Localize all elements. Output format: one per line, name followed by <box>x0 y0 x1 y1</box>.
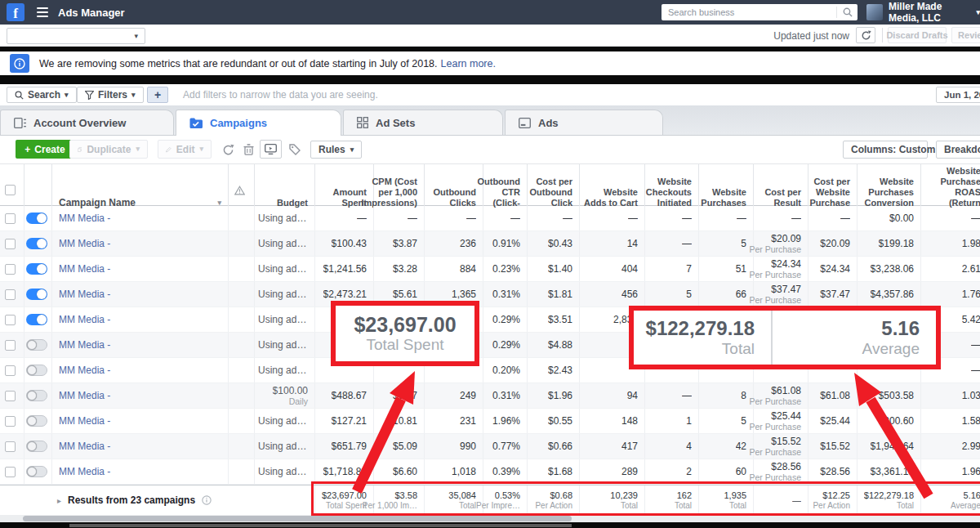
footer-cell-pur: 1,935Total <box>699 485 754 515</box>
cell-atc: 148 <box>580 409 645 433</box>
cell-alert <box>229 459 255 484</box>
cell-cpc: $0.66 <box>528 434 580 459</box>
cell-roas: 1.96 <box>921 459 980 484</box>
cell-atc: 404 <box>580 257 645 281</box>
breakdown-button[interactable]: Breakdown ▾ <box>936 141 980 159</box>
discard-drafts-button[interactable]: Discard Drafts <box>888 27 947 43</box>
account-name: Miller Made Media, LLC <box>889 1 971 24</box>
cell-ctr: 0.20% <box>483 358 528 383</box>
expand-caret-icon[interactable]: ▸ <box>57 496 61 505</box>
duplicate-button[interactable]: Duplicate ▾ <box>69 140 148 159</box>
toolbar: + Create Duplicate ▾ Edit ▾ Rules ▾ <box>0 136 980 163</box>
campaign-name-link[interactable]: MM Media - <box>59 466 110 477</box>
scrollbar-handle[interactable] <box>23 516 572 521</box>
select-all-checkbox[interactable] <box>5 185 16 195</box>
redaction-bar <box>0 75 980 84</box>
filters-button[interactable]: Filters ▾ <box>77 87 144 103</box>
rules-button[interactable]: Rules ▾ <box>310 141 362 159</box>
business-search <box>662 4 858 20</box>
tab-campaigns[interactable]: Campaigns <box>176 110 341 136</box>
cell-alert <box>229 383 255 408</box>
row-checkbox[interactable] <box>5 467 16 477</box>
campaign-toggle[interactable] <box>26 390 47 401</box>
row-checkbox[interactable] <box>5 315 16 325</box>
ads-manager-page: f Ads Manager Miller Made Media, LLC ▾ ▾… <box>0 0 980 528</box>
campaign-name-link[interactable]: MM Media - <box>59 365 110 376</box>
columns-button[interactable]: Columns: Custom ▾ <box>843 141 928 159</box>
campaign-name-link[interactable]: MM Media - <box>59 441 110 452</box>
cell-ctr: 0.31% <box>483 282 528 307</box>
refresh-button[interactable] <box>856 27 875 43</box>
view-setup-button[interactable] <box>260 140 282 159</box>
cell-spent: $1,718.88 <box>315 459 374 484</box>
campaign-name-link[interactable]: MM Media - <box>59 415 110 427</box>
review-publish-button[interactable]: Review an <box>951 27 980 43</box>
cell-budget: Using ad se… <box>255 257 315 281</box>
account-menu[interactable]: Miller Made Media, LLC ▾ <box>889 0 980 25</box>
facebook-logo-icon[interactable]: f <box>7 3 24 21</box>
campaign-name-link[interactable]: MM Media - <box>59 213 110 224</box>
table-row: MM Media -Using ad se…$100.43$3.872360.9… <box>0 231 980 257</box>
trash-icon[interactable] <box>241 142 256 157</box>
campaign-name-link[interactable]: MM Media - <box>59 314 110 325</box>
campaign-name-link[interactable]: MM Media - <box>59 238 110 249</box>
cell-cpwp: $15.52 <box>808 434 858 459</box>
row-checkbox[interactable] <box>5 239 16 249</box>
date-range-button[interactable]: Jun 1, 2018 <box>936 87 980 103</box>
cell-toggle <box>24 257 52 281</box>
horizontal-scrollbar[interactable] <box>0 515 980 522</box>
campaign-toggle[interactable] <box>26 441 47 452</box>
campaign-toggle[interactable] <box>26 238 47 249</box>
tag-icon[interactable] <box>287 142 302 157</box>
campaign-toggle[interactable] <box>26 365 47 376</box>
results-summary[interactable]: ▸Results from 23 campaigns <box>0 485 315 515</box>
row-checkbox[interactable] <box>5 340 16 351</box>
tab-account-overview[interactable]: Account Overview <box>0 110 174 135</box>
tab-ad-sets[interactable]: Ad Sets <box>343 110 503 135</box>
row-checkbox[interactable] <box>5 365 16 376</box>
row-checkbox[interactable] <box>5 391 16 401</box>
table-row: MM Media -Using ad se…$1,241.56$3.288840… <box>0 257 980 282</box>
tab-ads[interactable]: Ads <box>505 110 663 135</box>
hamburger-menu-icon[interactable] <box>37 7 48 17</box>
cell-roas: 1.03 <box>921 383 980 408</box>
edit-button[interactable]: Edit ▾ <box>158 140 212 159</box>
campaign-toggle[interactable] <box>26 415 47 427</box>
search-filter-button[interactable]: Search ▾ <box>7 87 77 103</box>
footer-cell-roas: 5.16Average <box>921 485 980 515</box>
row-checkbox[interactable] <box>5 289 16 300</box>
campaign-name-link[interactable]: MM Media - <box>59 390 110 401</box>
cell-cpm: $6.17 <box>374 383 425 408</box>
campaign-name-link[interactable]: MM Media - <box>59 289 110 300</box>
cell-name: MM Media - <box>52 358 229 383</box>
campaign-toggle[interactable] <box>26 213 47 224</box>
row-checkbox[interactable] <box>5 264 16 275</box>
account-dropdown[interactable]: ▾ <box>7 28 145 44</box>
campaign-toggle[interactable] <box>26 466 47 477</box>
campaign-name-link[interactable]: MM Media - <box>59 263 110 275</box>
cell-clicks: 884 <box>425 257 483 281</box>
row-checkbox[interactable] <box>5 441 16 452</box>
search-icon[interactable] <box>836 7 858 18</box>
campaign-toggle[interactable] <box>26 289 47 300</box>
campaign-toggle[interactable] <box>26 263 47 275</box>
cell-alert <box>229 307 255 332</box>
filter-bar: Search ▾ Filters ▾ + Add filters to narr… <box>0 84 980 105</box>
cell-ctr: — <box>483 206 528 230</box>
cell-cb <box>0 257 24 281</box>
campaign-toggle[interactable] <box>26 314 47 325</box>
create-button[interactable]: + Create <box>16 140 74 159</box>
campaign-toggle[interactable] <box>26 339 47 351</box>
row-checkbox[interactable] <box>5 213 16 224</box>
top-navigation-bar: f Ads Manager Miller Made Media, LLC ▾ <box>0 0 980 25</box>
avatar[interactable] <box>866 4 883 20</box>
plus-icon: + <box>24 144 30 155</box>
row-checkbox[interactable] <box>5 416 16 427</box>
learn-more-link[interactable]: Learn more. <box>441 58 496 69</box>
filter-placeholder: Add filters to narrow the data you are s… <box>183 84 378 105</box>
business-search-input[interactable] <box>662 7 836 17</box>
campaign-name-link[interactable]: MM Media - <box>59 339 110 351</box>
add-filter-button[interactable]: + <box>147 87 168 103</box>
history-icon[interactable] <box>220 142 235 157</box>
cell-toggle <box>24 307 52 332</box>
